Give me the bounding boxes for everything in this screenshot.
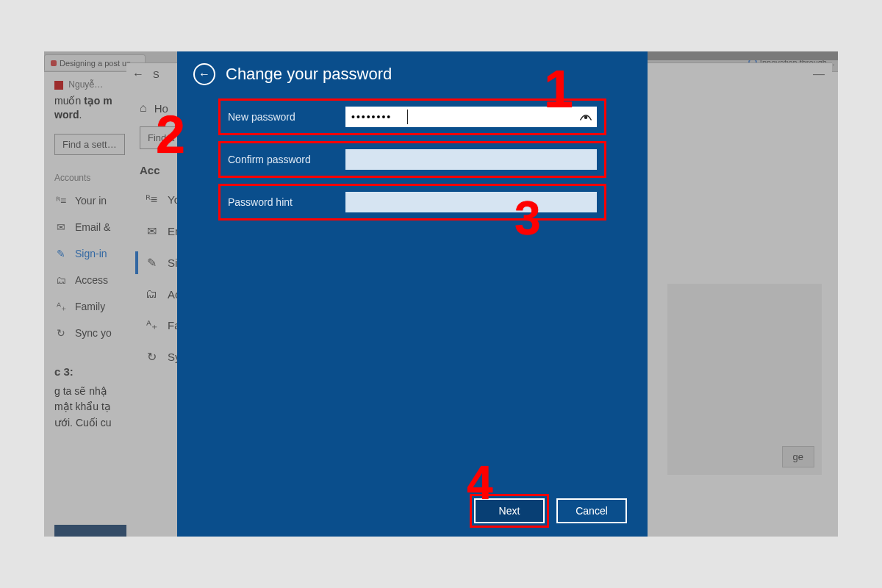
confirm-password-label: Confirm password — [228, 154, 345, 165]
family-icon: ᴬ₊ — [54, 301, 68, 312]
new-password-field[interactable] — [345, 107, 597, 127]
key-icon: ✎ — [54, 248, 68, 259]
mail-icon: ✉ — [144, 224, 159, 238]
eye-icon — [579, 112, 592, 122]
find-setting-input[interactable]: Find a — [140, 126, 182, 149]
password-hint-row: Password hint — [218, 184, 606, 220]
home-icon: ⌂ — [140, 101, 147, 115]
confirm-password-input[interactable] — [345, 149, 597, 170]
confirm-password-field[interactable] — [345, 149, 597, 170]
mail-icon: ✉ — [54, 221, 68, 233]
change-password-dialog: ← Change your password New password — [177, 51, 648, 537]
briefcase-icon: 🗂 — [144, 287, 159, 301]
person-icon: ᴿ≡ — [144, 193, 159, 207]
change-button[interactable]: ge — [782, 446, 814, 467]
logo-icon — [54, 81, 63, 90]
family-icon: ᴬ₊ — [144, 318, 159, 332]
svg-point-0 — [584, 116, 588, 120]
briefcase-icon: 🗂 — [54, 274, 68, 286]
new-password-input[interactable] — [345, 107, 597, 127]
confirm-password-row: Confirm password — [218, 141, 606, 178]
new-password-row: New password — [218, 98, 606, 135]
new-password-label: New password — [228, 111, 345, 123]
cancel-button[interactable]: Cancel — [556, 498, 627, 523]
nav-item-label: Sync yo — [75, 327, 112, 339]
sync-icon: ↻ — [144, 350, 159, 364]
password-hint-input[interactable] — [345, 192, 597, 212]
reveal-password-button[interactable] — [578, 110, 594, 123]
nav-item-label: Email & — [75, 221, 110, 233]
nav-item-label: Sign-in — [75, 248, 107, 259]
password-hint-label: Password hint — [228, 196, 345, 208]
dialog-title: Change your password — [226, 65, 392, 84]
password-hint-field[interactable] — [345, 192, 597, 212]
key-icon: ✎ — [144, 256, 159, 270]
person-icon: ᴿ≡ — [54, 195, 68, 207]
find-setting-input[interactable]: Find a sett… — [54, 134, 125, 155]
favicon-icon — [51, 60, 57, 66]
content-pane: ge — [667, 284, 822, 475]
minimize-icon[interactable]: — — [813, 68, 825, 81]
screenshot-canvas: Designing a post un… Innovation through…… — [44, 51, 838, 537]
back-arrow-icon[interactable]: ← — [132, 68, 144, 81]
arrow-left-icon: ← — [198, 68, 210, 81]
next-button[interactable]: Next — [474, 498, 545, 523]
nav-item-label: Access — [75, 274, 108, 286]
text-caret — [407, 110, 408, 124]
sync-icon: ↻ — [54, 327, 68, 339]
back-button[interactable]: ← — [193, 63, 215, 85]
window-title: S — [153, 69, 159, 80]
nav-item-label: Family — [75, 301, 105, 312]
nav-item-label: Your in — [75, 195, 107, 207]
